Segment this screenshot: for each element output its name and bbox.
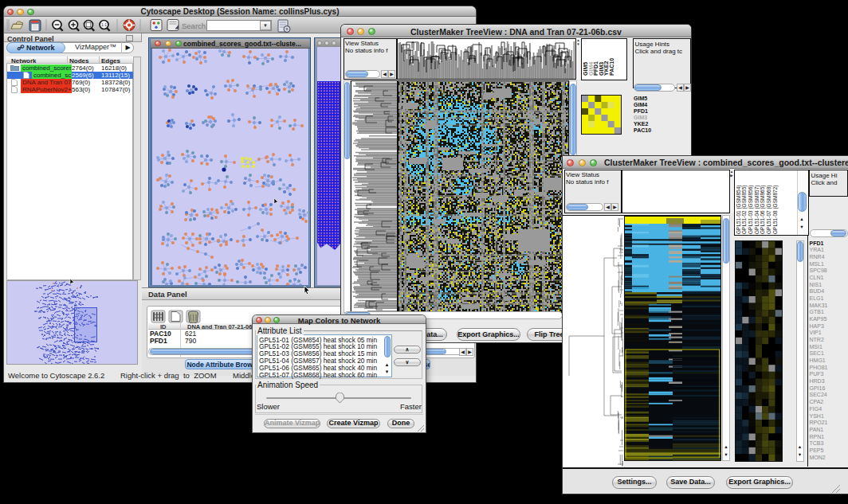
svg-text:1:1: 1:1: [101, 22, 107, 27]
